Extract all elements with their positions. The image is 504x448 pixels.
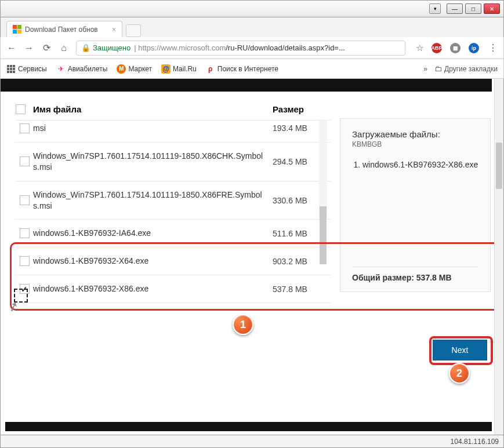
page-viewport: Имя файла Размер msi 193.4 MB Windows_Wi… [0,79,504,435]
browser-menu-button[interactable]: ⋮ [488,42,498,53]
bookmarks-overflow-button[interactable]: » [423,65,427,73]
file-name: Windows_Win7SP1.7601.17514.101119-1850.X… [33,151,273,173]
row-checkbox[interactable] [20,228,30,238]
row-checkbox[interactable] [20,156,30,166]
other-bookmarks-button[interactable]: 🗀Другие закладки [434,64,498,73]
extension-abp-icon[interactable]: ABP [432,43,442,53]
table-row[interactable]: windows6.1-KB976932-X64.exe 903.2 MB [16,247,331,275]
window-dropdown-button[interactable]: ▾ [429,3,441,14]
folder-icon: 🗀 [434,64,442,73]
market-icon: M [117,64,126,74]
close-button[interactable]: ✕ [484,3,500,14]
summary-total: Общий размер: 537.8 MB [352,267,478,282]
select-all-checkbox[interactable] [16,104,26,114]
file-size: 537.8 MB [273,285,331,294]
bookmark-star-icon[interactable]: ☆ [416,43,423,53]
status-bar: 104.81.116.109 [0,435,504,448]
file-name: windows6.1-KB976932-X64.exe [33,256,273,267]
bookmark-flights[interactable]: ✈Авиабилеты [56,64,108,74]
search-icon: ρ [206,64,215,74]
table-row[interactable]: windows6.1-KB976932-IA64.exe 511.6 MB [16,220,331,247]
step-badge-1: 1 [233,314,253,335]
secure-label: Защищено [93,43,130,52]
extension-3-icon[interactable]: ip [469,43,479,53]
minimize-button[interactable]: — [447,3,463,14]
browser-tab-active[interactable]: Download Пакет обнов × [6,21,122,37]
file-name: Windows_Win7SP1.7601.17514.101119-1850.X… [33,190,273,212]
bookmark-search[interactable]: ρПоиск в Интернете [206,64,278,74]
url-path: /ru-RU/download/details.aspx?id=... [226,43,345,52]
table-row[interactable]: Windows_Win7SP1.7601.17514.101119-1850.X… [16,143,331,181]
next-button[interactable]: Next [433,340,487,360]
step-badge-2: 2 [449,363,470,384]
col-filename: Имя файла [33,104,273,114]
bookmarks-bar: Сервисы ✈Авиабилеты MМаркет @Mail.Ru ρПо… [0,59,504,79]
plane-icon: ✈ [56,64,66,74]
back-button[interactable]: ← [6,43,17,53]
file-name: msi [33,123,273,134]
summary-list-item: windows6.1-KB976932-X86.exe [362,160,478,169]
extension-2-icon[interactable]: ▦ [450,43,461,53]
maximize-button[interactable]: □ [465,3,481,14]
window-titlebar: ▾ — □ ✕ [0,0,504,17]
address-bar[interactable]: 🔒 Защищено | https://www.microsoft.com /… [76,41,405,56]
table-row[interactable]: windows6.1-KB976932-X86.exe 537.8 MB [16,275,331,303]
row-checkbox[interactable] [20,195,30,205]
scrollbar-thumb[interactable] [496,143,502,189]
table-row[interactable]: msi 193.4 MB [16,121,331,143]
row-checkbox[interactable] [20,284,30,294]
home-button[interactable]: ⌂ [59,43,69,53]
viewport-scrollbar[interactable] [494,79,503,435]
new-tab-button[interactable]: ⠀ [126,24,141,37]
row-checkbox[interactable] [20,123,30,133]
browser-tabstrip: Download Пакет обнов × ⠀ [0,17,504,37]
summary-subtitle: KBMBGB [352,140,478,148]
bookmark-mailru[interactable]: @Mail.Ru [161,64,197,74]
files-column: Имя файла Размер msi 193.4 MB Windows_Wi… [5,95,335,303]
plus-icon: ⠀ [130,26,136,35]
apps-icon [6,64,16,74]
table-header-row: Имя файла Размер [16,101,331,121]
tab-close-icon[interactable]: × [112,26,116,34]
file-name: windows6.1-KB976932-X86.exe [33,283,273,294]
mailru-icon: @ [161,64,171,74]
reload-button[interactable]: ⟳ [41,42,52,53]
url-host: https://www.microsoft.com [138,43,226,52]
apps-shortcut[interactable]: Сервисы [6,64,47,74]
row-checkbox[interactable] [20,256,30,266]
col-size: Размер [273,104,331,114]
page-footer-band [5,422,492,431]
lock-icon: 🔒 [81,43,90,52]
forward-button[interactable]: → [24,43,34,53]
file-name: windows6.1-KB976932-IA64.exe [33,228,273,239]
download-summary-panel: Загружаемые файлы: KBMBGB windows6.1-KB9… [340,118,491,292]
scrollbar-thumb[interactable] [320,206,327,264]
browser-toolbar: ← → ⟳ ⌂ 🔒 Защищено | https://www.microso… [0,37,504,59]
summary-title: Загружаемые файлы: [352,129,478,139]
page-header-band [1,79,492,92]
chevron-down-icon: ▾ [434,6,437,12]
table-row[interactable]: Windows_Win7SP1.7601.17514.101119-1850.X… [16,181,331,220]
bookmark-market[interactable]: MМаркет [117,64,152,74]
inner-scrollbar[interactable] [319,119,327,216]
ms-favicon-icon [13,25,21,34]
tab-title: Download Пакет обнов [25,26,98,34]
status-ip: 104.81.116.109 [451,438,499,446]
